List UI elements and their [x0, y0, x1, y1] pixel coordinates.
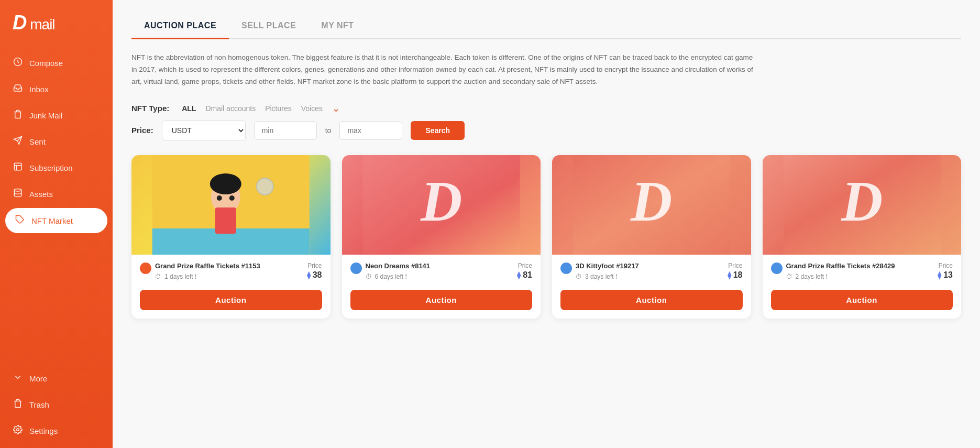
svg-text:D: D — [841, 169, 883, 233]
svg-text:D: D — [630, 169, 672, 233]
card-body-2: Neon Dreams #8141 ⏱ 6 days left ! Price … — [342, 255, 541, 319]
card-time-1: 1 days left ! — [164, 273, 196, 280]
svg-rect-15 — [215, 207, 236, 234]
nft-type-label: NFT Type: — [131, 104, 169, 113]
filter-voices[interactable]: Voices — [301, 104, 323, 113]
sidebar-item-settings[interactable]: Settings — [0, 418, 113, 444]
svg-rect-3 — [14, 163, 21, 170]
sidebar-item-trash[interactable]: Trash — [0, 391, 113, 418]
sent-label: Sent — [29, 137, 46, 146]
card-avatar-3 — [560, 263, 572, 274]
junkmail-label: Junk Mail — [29, 111, 62, 120]
svg-text:D: D — [420, 169, 462, 233]
compose-label: Compose — [29, 59, 63, 68]
clock-icon-3: ⏱ — [576, 273, 582, 280]
card-avatar-1 — [140, 263, 151, 274]
filter-options: ALL Dmail accounts Pictures Voices ⌄ — [182, 103, 340, 114]
card-image-1 — [131, 155, 331, 255]
auction-button-1[interactable]: Auction — [140, 290, 322, 310]
svg-point-13 — [217, 195, 222, 201]
nft-description: NFT is the abbreviation of non homogenou… — [131, 52, 760, 88]
sidebar-logo: D mail — [0, 0, 113, 46]
filter-pictures[interactable]: Pictures — [265, 104, 292, 113]
eth-icon-2: ⧫ — [517, 271, 521, 279]
currency-select[interactable]: USDT ETH BTC — [162, 121, 246, 140]
sidebar-item-assets[interactable]: Assets — [0, 181, 113, 207]
card-body-3: 3D Kittyfoot #19217 ⏱ 3 days left ! Pric… — [552, 255, 751, 319]
card-name-4: Grand Prize Raffle Tickets #28429 — [786, 262, 895, 271]
clock-icon-1: ⏱ — [155, 273, 161, 280]
tab-auction[interactable]: AUCTION PLACE — [131, 15, 229, 39]
tab-bar: AUCTION PLACE SELL PLACE MY NFT — [131, 15, 961, 39]
card-time-3: 3 days left ! — [585, 273, 617, 280]
nft-card-1: Grand Prize Raffle Tickets #1153 ⏱ 1 day… — [131, 155, 331, 319]
card-time-2: 6 days left ! — [375, 273, 407, 280]
eth-icon-4: ⧫ — [938, 271, 941, 279]
price-min-input[interactable] — [254, 121, 317, 140]
nft-card-4: D Grand Prize Raffle Tickets #28429 ⏱ 2 … — [763, 155, 962, 319]
auction-button-4[interactable]: Auction — [771, 290, 953, 310]
filter-more-icon[interactable]: ⌄ — [332, 103, 340, 114]
more-label: More — [29, 374, 47, 383]
card-avatar-2 — [350, 263, 362, 274]
nftmarket-label: NFT Market — [31, 216, 73, 225]
card-time-4: 2 days left ! — [796, 273, 828, 280]
card-name-1: Grand Prize Raffle Tickets #1153 — [155, 262, 260, 271]
inbox-label: Inbox — [29, 85, 49, 94]
card-body-1: Grand Prize Raffle Tickets #1153 ⏱ 1 day… — [131, 255, 331, 319]
nft-card-2: D Neon Dreams #8141 ⏱ 6 days left ! — [342, 155, 541, 319]
card-image-2: D — [342, 155, 541, 255]
sidebar-item-inbox[interactable]: Inbox — [0, 76, 113, 102]
search-button[interactable]: Search — [411, 121, 465, 140]
card-body-4: Grand Prize Raffle Tickets #28429 ⏱ 2 da… — [763, 255, 962, 319]
settings-icon — [13, 425, 23, 436]
trash-label: Trash — [29, 400, 49, 409]
sidebar-item-more[interactable]: More — [0, 365, 113, 391]
filter-dmail[interactable]: Dmail accounts — [205, 104, 256, 113]
assets-label: Assets — [29, 190, 53, 199]
settings-label: Settings — [29, 427, 58, 435]
card-price-label-4: Price — [938, 262, 953, 269]
junkmail-icon — [13, 110, 23, 121]
nft-type-filter: NFT Type: ALL Dmail accounts Pictures Vo… — [131, 103, 961, 114]
sidebar-nav: Compose Inbox Junk Mail Sent Subscriptio… — [0, 46, 113, 448]
main-content: AUCTION PLACE SELL PLACE MY NFT NFT is t… — [113, 0, 980, 448]
sidebar-item-nftmarket[interactable]: NFT Market — [5, 208, 107, 233]
clock-icon-2: ⏱ — [366, 273, 372, 280]
price-filter: Price: USDT ETH BTC to Search — [131, 121, 961, 140]
card-avatar-4 — [771, 263, 783, 274]
card-price-label-2: Price — [517, 262, 532, 269]
filter-all[interactable]: ALL — [182, 104, 196, 113]
card-price-1: 38 — [313, 270, 322, 280]
auction-button-3[interactable]: Auction — [560, 290, 743, 310]
subscription-icon — [13, 162, 23, 173]
svg-point-14 — [229, 195, 235, 201]
sidebar-item-subscription[interactable]: Subscription — [0, 155, 113, 181]
card-name-3: 3D Kittyfoot #19217 — [576, 262, 639, 271]
svg-point-8 — [17, 429, 19, 431]
card-price-label-1: Price — [307, 262, 322, 269]
svg-point-6 — [14, 189, 21, 192]
clock-icon-4: ⏱ — [786, 273, 792, 280]
eth-icon-1: ⧫ — [307, 271, 311, 279]
auction-button-2[interactable]: Auction — [350, 290, 533, 310]
compose-icon — [13, 57, 23, 69]
card-price-3: 18 — [733, 270, 743, 280]
svg-point-12 — [210, 173, 241, 194]
sidebar: D mail Compose Inbox Junk Mail Sent — [0, 0, 113, 448]
inbox-icon — [13, 83, 23, 95]
sidebar-item-junkmail[interactable]: Junk Mail — [0, 102, 113, 128]
logo-text: D mail — [13, 12, 55, 34]
tab-mynft[interactable]: MY NFT — [309, 15, 366, 39]
more-icon — [13, 373, 23, 384]
sidebar-item-sent[interactable]: Sent — [0, 128, 113, 155]
sidebar-item-compose[interactable]: Compose — [0, 50, 113, 76]
svg-point-16 — [257, 178, 273, 195]
nftmarket-icon — [15, 215, 25, 226]
price-label: Price: — [131, 126, 153, 135]
price-max-input[interactable] — [339, 121, 402, 140]
nft-card-3: D 3D Kittyfoot #19217 ⏱ 3 days left ! — [552, 155, 751, 319]
tab-sell[interactable]: SELL PLACE — [229, 15, 309, 39]
subscription-label: Subscription — [29, 163, 73, 172]
nft-cards-grid: Grand Prize Raffle Tickets #1153 ⏱ 1 day… — [131, 155, 961, 319]
